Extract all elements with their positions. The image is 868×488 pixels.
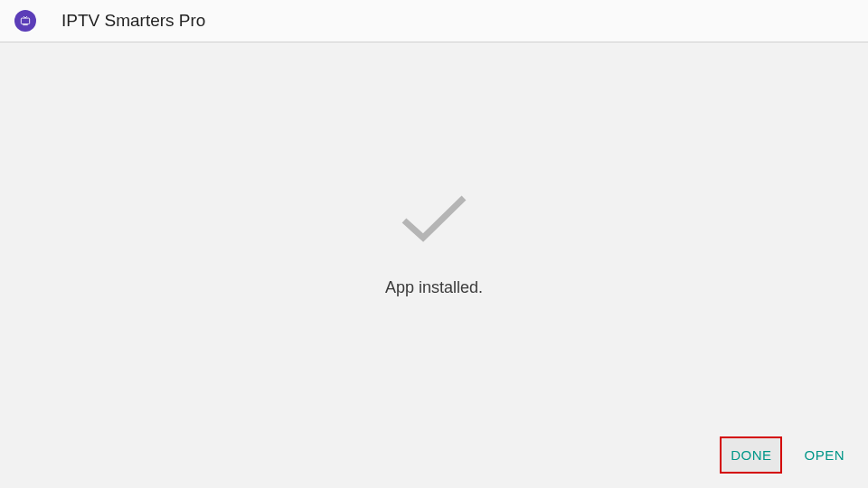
status-message: App installed.	[385, 278, 483, 297]
action-button-bar: DONE OPEN	[722, 438, 852, 472]
open-button[interactable]: OPEN	[797, 438, 852, 472]
app-icon	[14, 10, 36, 32]
svg-rect-0	[21, 18, 29, 23]
done-button[interactable]: DONE	[722, 438, 780, 472]
tv-icon	[19, 14, 32, 27]
main-content: App installed.	[0, 42, 868, 488]
header-bar: IPTV Smarters Pro	[0, 0, 868, 42]
app-title: IPTV Smarters Pro	[61, 11, 205, 31]
checkmark-icon	[393, 189, 475, 251]
